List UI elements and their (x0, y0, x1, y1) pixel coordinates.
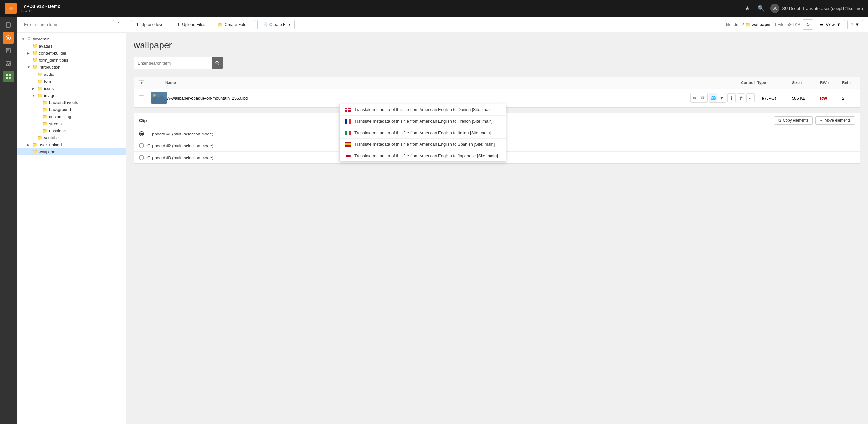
create-folder-button[interactable]: 📁 Create Folder (213, 20, 255, 29)
sidebar-item-doc[interactable] (3, 45, 14, 57)
up-one-level-button[interactable]: ⬆ Up one level (131, 20, 169, 29)
flag-dk-icon (345, 108, 351, 112)
select-all-checkbox[interactable]: ▼ (139, 80, 144, 85)
edit-button[interactable]: ✏ (691, 93, 699, 102)
app-body: ⋮ ▼ 🖥 fileadmin 📁 avatars ▶ 📁 content-bu… (0, 17, 868, 424)
create-file-button[interactable]: 📄 Create File (257, 20, 295, 29)
tree-item-user-upload[interactable]: ▶ 📁 user_upload (17, 141, 125, 148)
sidebar-item-module[interactable] (3, 71, 14, 82)
folder-icon: 📁 (42, 121, 48, 126)
delete-button[interactable]: 🗑 (737, 93, 745, 102)
refresh-button[interactable]: ↻ (803, 19, 813, 30)
svg-point-7 (7, 37, 9, 39)
translate-dropdown-button[interactable]: ▼ (717, 93, 725, 102)
copy-elements-button[interactable]: ⧉ Copy elements (774, 116, 813, 124)
tree-item-icons[interactable]: ▶ 📁 icons (17, 85, 125, 92)
upload-files-button[interactable]: ⬆ Upload Files (172, 20, 210, 29)
view-button[interactable]: ☰ View ▼ (816, 20, 845, 29)
folder-icon: 📁 (37, 93, 43, 98)
copy-icon: ⧉ (778, 118, 781, 123)
flag-fr-icon (345, 119, 351, 124)
folder-icon: 📁 (42, 128, 48, 133)
sort-icon: ↕ (767, 81, 769, 85)
folder-icon: 📁 (32, 57, 37, 63)
tree-item-avatars[interactable]: 📁 avatars (17, 42, 125, 50)
file-ref: 2 (842, 96, 855, 100)
tree-item-wallpaper[interactable]: 📁 wallpaper (17, 148, 125, 155)
translate-to-danish[interactable]: Translate metadata of this file from Ame… (340, 104, 506, 116)
tree-item-youtube[interactable]: 📁 youtube (17, 134, 125, 141)
share-icon: ⤴ (851, 22, 853, 27)
sidebar-item-files[interactable] (3, 32, 14, 44)
folder-icon: 📁 (32, 142, 37, 147)
file-rw: RW (820, 96, 839, 100)
folder-icon: 📁 (37, 71, 43, 77)
search-icon (215, 61, 220, 65)
clipboard-radio-3[interactable] (139, 155, 144, 160)
app-title: TYPO3 v12 - Demo 12.4.12 (21, 4, 61, 13)
file-row: wv-wallpaper-opaque-on-mountain_2560.jpg… (134, 89, 860, 107)
translate-to-french[interactable]: Translate metadata of this file from Ame… (340, 116, 506, 127)
sort-icon: ↕ (801, 81, 802, 85)
tree-item-audio[interactable]: 📁 audio (17, 71, 125, 78)
icon-sidebar (0, 17, 17, 424)
tree-item-background[interactable]: 📁 background (17, 106, 125, 113)
main-content: ⬆ Up one level ⬆ Upload Files 📁 Create F… (126, 17, 868, 424)
info-button[interactable]: ℹ (727, 93, 736, 102)
search-submit-button[interactable] (212, 57, 223, 69)
folder-icon: 📁 (42, 114, 48, 119)
translate-to-japanese[interactable]: Translate metadata of this file from Ame… (340, 150, 506, 161)
tree-more-icon[interactable]: ⋮ (116, 21, 122, 28)
translate-to-italian[interactable]: Translate metadata of this file from Ame… (340, 127, 506, 139)
folder-icon: 📁 (32, 51, 37, 56)
folder-icon: 📁 (37, 79, 43, 84)
star-icon[interactable]: ★ (743, 3, 752, 14)
tree-search-input[interactable] (21, 20, 114, 29)
scissors-icon: ✂ (819, 118, 823, 123)
tree-item-backendlayouts[interactable]: 📁 backendlayouts (17, 99, 125, 106)
tree-item-content-builder[interactable]: ▶ 📁 content-builder (17, 50, 125, 57)
clipboard-radio-2[interactable] (139, 143, 144, 148)
col-type-header[interactable]: Type ↕ (757, 81, 789, 85)
col-ref-header[interactable]: Ref ↕ (842, 81, 855, 85)
tree-item-customizing[interactable]: 📁 customizing (17, 113, 125, 120)
sidebar-item-page[interactable] (3, 19, 14, 31)
tree-item-unsplash[interactable]: 📁 unsplash (17, 127, 125, 134)
clipboard-radio-1[interactable] (139, 131, 144, 137)
tree-item-streets[interactable]: 📁 streets (17, 120, 125, 127)
file-controls: ✏ ⧉ 🌐 ▼ ℹ 🗑 ⋯ (690, 93, 755, 103)
translate-btn-group: 🌐 ▼ (709, 93, 726, 103)
search-icon[interactable]: 🔍 (756, 3, 767, 14)
translate-to-spanish[interactable]: Translate metadata of this file from Ame… (340, 139, 506, 150)
translate-button[interactable]: 🌐 (709, 93, 718, 102)
svg-line-18 (218, 64, 219, 65)
col-rw-header[interactable]: RW ↕ (820, 81, 839, 85)
more-button[interactable]: ⋯ (746, 93, 755, 102)
file-search-input[interactable] (134, 58, 212, 68)
tree-item-form-definitions[interactable]: 📁 form_definitions (17, 57, 125, 64)
file-name: wv-wallpaper-opaque-on-mountain_2560.jpg (165, 96, 688, 100)
chevron-down-icon: ▼ (837, 22, 841, 27)
svg-rect-16 (9, 77, 10, 79)
clipboard-actions: ⧉ Copy elements ✂ Move elements (774, 116, 855, 124)
col-control-header: Control (690, 81, 755, 85)
thumbnail-image (151, 92, 166, 104)
app-logo[interactable] (5, 3, 17, 14)
share-button[interactable]: ⤴ ▼ (847, 20, 863, 29)
tree-item-introduction[interactable]: ▼ 📁 introduction (17, 64, 125, 71)
file-type: File (JPG) (757, 96, 789, 100)
chevron-down-icon: ▼ (22, 37, 26, 41)
col-size-header[interactable]: Size ↕ (792, 81, 817, 85)
sidebar-item-image[interactable] (3, 58, 14, 69)
col-name-header[interactable]: Name ↕ (165, 81, 688, 85)
tree-item-images[interactable]: ▼ 📁 images (17, 92, 125, 99)
file-checkbox[interactable] (139, 95, 144, 100)
translate-dropdown: Translate metadata of this file from Ame… (339, 104, 506, 162)
move-elements-button[interactable]: ✂ Move elements (815, 116, 855, 124)
flag-it-icon (345, 131, 351, 135)
copy-button[interactable]: ⧉ (699, 93, 708, 102)
tree-item-form[interactable]: 📁 form (17, 78, 125, 85)
tree-item-fileadmin[interactable]: ▼ 🖥 fileadmin (17, 35, 125, 42)
file-plus-icon: 📄 (262, 22, 268, 27)
svg-rect-15 (6, 77, 8, 79)
